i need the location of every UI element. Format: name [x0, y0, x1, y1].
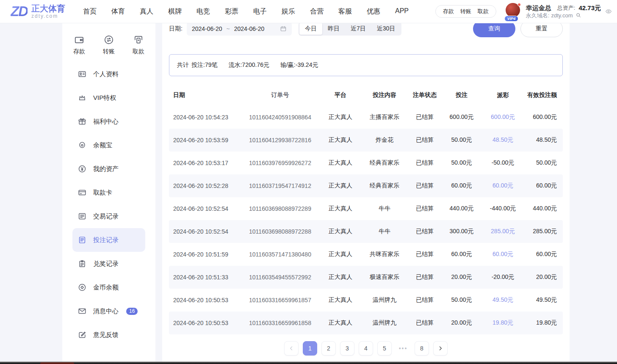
nav-item-8[interactable]: 娱乐 [282, 7, 295, 16]
cell-platform: 正大真人 [319, 113, 362, 121]
sidebar-item-feedback[interactable]: 意见反馈 [72, 323, 145, 347]
page-prev-button[interactable] [284, 341, 299, 356]
nav-item-4[interactable]: 棋牌 [168, 7, 182, 16]
message-icon [77, 306, 87, 316]
sidebar-item-label: 投注记录 [93, 236, 119, 244]
nav-item-3[interactable]: 真人 [140, 7, 153, 16]
col-header-4: 投注内容 [362, 91, 407, 99]
quick-action-deposit[interactable]: 存款 [73, 34, 85, 55]
cell-date: 2024-06-20 10:53:17 [169, 160, 241, 166]
avatar-wrap[interactable]: VIP4 [506, 3, 521, 20]
page-button-3[interactable]: 3 [340, 341, 354, 356]
cell-payout: -440.00元 [481, 205, 525, 212]
sidebar-item-label: 取款卡 [93, 189, 112, 197]
cell-content: 共咪百家乐 [362, 251, 407, 258]
user-name: 幸运金总 [526, 4, 551, 11]
nav-item-6[interactable]: 彩票 [225, 7, 238, 16]
domain-value: zdty.com [551, 12, 573, 19]
nav-item-7[interactable]: 电子 [253, 7, 267, 16]
cell-order: 1011603976959926272 [241, 160, 319, 166]
reset-button[interactable]: 重置 [520, 23, 563, 37]
calendar-icon[interactable] [280, 25, 287, 32]
table-row: 2024-06-20 10:50:531011603316659961857正大… [169, 289, 563, 312]
user-area[interactable]: VIP4 幸运金总 总资产: 42.73元 永久域名: zdty.com [506, 3, 612, 20]
cell-status: 已结算 [407, 273, 442, 281]
quick-action-withdraw[interactable]: 取款 [133, 34, 144, 55]
cell-order: 1011603571471380480 [241, 251, 319, 258]
cell-bet: 600.00元 [442, 113, 481, 121]
page-button-5[interactable]: 5 [377, 341, 392, 356]
site-logo[interactable]: ZD 正大体育 zdty.com [11, 3, 65, 19]
cell-payout: 19.80元 [481, 319, 525, 327]
page-button-8[interactable]: 8 [415, 341, 429, 356]
logo-mark: ZD [11, 3, 28, 19]
cell-bet: 60.00元 [442, 182, 481, 190]
nav-item-2[interactable]: 体育 [111, 7, 125, 16]
page-button-2[interactable]: 2 [321, 341, 336, 356]
cell-platform: 正大真人 [319, 228, 362, 235]
cell-valid: 285.00元 [525, 228, 563, 235]
table-row: 2024-06-20 10:50:531011603316659961858正大… [169, 312, 563, 334]
vip-badge: VIP4 [504, 16, 519, 22]
assets-label: 总资产: [557, 4, 575, 11]
transfer-icon [103, 34, 114, 45]
date-range-input[interactable]: 2024-06-20 ~ 2024-06-20 [187, 23, 292, 36]
welfare-icon [77, 117, 87, 126]
page-next-button[interactable] [433, 341, 448, 356]
assets-value: 42.73元 [578, 4, 601, 11]
cell-payout: 600.00元 [481, 113, 525, 121]
table-row: 2024-06-20 10:54:231011604240591908864正大… [169, 106, 563, 129]
range-chip-2[interactable]: 昨日 [322, 23, 345, 35]
nav-item-9[interactable]: 合营 [310, 7, 324, 16]
sidebar-item-assets[interactable]: 我的资产 [72, 157, 145, 181]
nav-item-1[interactable]: 首页 [83, 7, 97, 16]
sidebar-item-gold-balance[interactable]: 金币余额 [72, 276, 145, 299]
cell-valid: 60.00元 [525, 182, 563, 190]
cell-order: 1011603549455572992 [241, 274, 319, 281]
sidebar-item-bank-card[interactable]: 取款卡 [72, 181, 145, 204]
search-button[interactable]: 查询 [473, 23, 515, 37]
sidebar-item-label: VIP特权 [93, 94, 116, 102]
nav-item-11[interactable]: 优惠 [367, 7, 380, 16]
eye-icon[interactable] [605, 8, 612, 15]
feedback-icon [77, 330, 87, 339]
cell-bet: 50.00元 [442, 159, 481, 167]
nav-item-5[interactable]: 电竞 [196, 7, 210, 16]
range-chip-4[interactable]: 近30日 [371, 23, 401, 35]
cell-status: 已结算 [407, 205, 442, 212]
nav-item-10[interactable]: 客服 [338, 7, 352, 16]
date-separator: ~ [227, 25, 230, 32]
wallet-action-1[interactable]: 存款 [443, 8, 454, 15]
table-body: 2024-06-20 10:54:231011604240591908864正大… [169, 106, 563, 334]
range-chip-1[interactable]: 今日 [299, 23, 322, 35]
cell-status: 已结算 [407, 296, 442, 304]
table-header: 日期订单号平台投注内容注单状态投注派彩有效投注额 [169, 85, 563, 106]
page-button-4[interactable]: 4 [359, 341, 373, 356]
sidebar-item-transactions[interactable]: 交易记录 [72, 204, 145, 228]
cell-status: 已结算 [407, 182, 442, 190]
cell-platform: 正大真人 [319, 159, 362, 167]
cell-order: 1011603698088972289 [241, 205, 319, 212]
page-button-1[interactable]: 1 [303, 341, 317, 356]
sidebar-item-yuebao[interactable]: 余额宝 [72, 133, 145, 157]
wallet-action-3[interactable]: 取款 [478, 8, 489, 15]
table-row: 2024-06-20 10:51:331011603549455572992正大… [169, 266, 563, 289]
sidebar-item-welfare[interactable]: 福利中心 [72, 110, 145, 133]
sidebar-item-vip[interactable]: VIP特权 [72, 86, 145, 110]
cell-date: 2024-06-20 10:53:59 [169, 137, 241, 143]
cell-bet: 60.00元 [442, 251, 481, 258]
range-chip-3[interactable]: 近7日 [345, 23, 371, 35]
taskbar-peek [40, 362, 74, 364]
sidebar-item-prize-records[interactable]: 兑奖记录 [72, 252, 145, 276]
wallet-action-2[interactable]: 转账 [460, 8, 471, 15]
cell-payout: 60.00元 [481, 251, 525, 258]
sidebar-item-bet-records[interactable]: 投注记录 [72, 228, 145, 252]
cell-date: 2024-06-20 10:52:28 [169, 182, 241, 189]
cell-order: 1011603719547174912 [241, 182, 319, 189]
sidebar-item-profile[interactable]: 个人资料 [72, 62, 145, 86]
sidebar-item-message[interactable]: 消息中心16 [72, 299, 145, 323]
table-row: 2024-06-20 10:51:591011603571471380480正大… [169, 243, 563, 266]
nav-item-12[interactable]: APP [395, 7, 409, 16]
search-icon[interactable] [575, 12, 581, 18]
quick-action-transfer[interactable]: 转账 [103, 34, 115, 55]
